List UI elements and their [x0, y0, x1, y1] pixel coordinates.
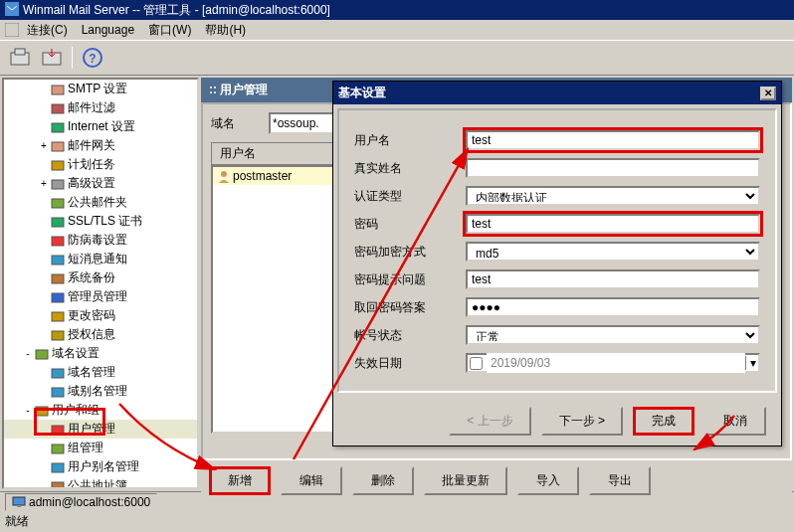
batch-button[interactable]: 批量更新 — [424, 466, 507, 495]
tree-item-label: 公共邮件夹 — [68, 194, 127, 211]
tree-item[interactable]: 计划任务 — [4, 155, 197, 174]
svg-rect-33 — [13, 497, 25, 505]
tree-item-label: SSL/TLS 证书 — [68, 213, 142, 230]
svg-rect-20 — [52, 331, 64, 340]
tree-item[interactable]: Internet 设置 — [4, 117, 197, 136]
expander-icon[interactable]: + — [38, 178, 50, 189]
tree-item[interactable]: 邮件过滤 — [4, 98, 197, 117]
svg-rect-9 — [52, 123, 64, 132]
toolbar-help-icon[interactable]: ? — [81, 46, 104, 70]
tree-item-icon — [50, 119, 66, 135]
toolbar-icon-2[interactable] — [40, 46, 64, 70]
import-button[interactable]: 导入 — [517, 466, 579, 495]
tree-item-label: 用户管理 — [68, 421, 115, 438]
tree-item-label: 邮件网关 — [68, 137, 115, 154]
svg-rect-14 — [52, 218, 64, 227]
cancel-button[interactable]: 取消 — [704, 407, 766, 436]
tree-item[interactable]: +高级设置 — [4, 174, 197, 193]
app-icon — [5, 2, 19, 19]
next-button[interactable]: 下一步 > — [541, 407, 623, 436]
svg-rect-26 — [52, 444, 64, 453]
tree-item-label: SMTP 设置 — [68, 81, 127, 97]
password-input[interactable] — [466, 214, 760, 234]
answer-input[interactable] — [466, 297, 760, 317]
tree-item[interactable]: +邮件网关 — [4, 136, 197, 155]
tree-item-label: 高级设置 — [68, 175, 115, 192]
edit-button[interactable]: 编辑 — [281, 466, 342, 495]
menu-window[interactable]: 窗口(W) — [142, 20, 197, 41]
answer-label: 取回密码答案 — [354, 299, 454, 316]
tree-item[interactable]: 组管理 — [4, 439, 197, 457]
tree-item[interactable]: 用户管理 — [4, 420, 197, 439]
svg-rect-34 — [17, 505, 21, 507]
tree-item[interactable]: 短消息通知 — [4, 250, 197, 268]
export-button[interactable]: 导出 — [589, 466, 651, 495]
tree-item[interactable]: 公共邮件夹 — [4, 193, 197, 212]
tree-item-icon — [50, 270, 66, 286]
tree-item-icon — [34, 346, 50, 362]
chevron-down-icon[interactable]: ▾ — [745, 356, 756, 370]
menu-help[interactable]: 帮助(H) — [199, 20, 252, 41]
expiry-input[interactable] — [487, 353, 745, 373]
tree-item-icon — [50, 138, 66, 154]
tree-item-label: 组管理 — [68, 440, 103, 456]
username-input[interactable] — [466, 130, 760, 150]
tree-item[interactable]: -用户和组 — [4, 401, 197, 420]
tree-item-icon — [50, 195, 66, 211]
svg-text:?: ? — [89, 52, 96, 66]
tree-item-label: 管理员管理 — [68, 288, 127, 305]
close-icon[interactable]: ✕ — [760, 87, 776, 100]
tree-item-label: Internet 设置 — [68, 118, 135, 135]
tree-item[interactable]: 防病毒设置 — [4, 231, 197, 250]
tree-item-label: 系统备份 — [68, 269, 115, 286]
tree-item-label: 域别名管理 — [68, 383, 127, 400]
toolbar-separator — [72, 47, 73, 69]
tree-item[interactable]: 用户别名管理 — [4, 457, 197, 476]
finish-button[interactable]: 完成 — [633, 407, 695, 436]
tree-item[interactable]: 管理员管理 — [4, 287, 197, 306]
tree-item-icon — [50, 82, 66, 97]
tree-item-icon — [50, 252, 66, 267]
encrypt-label: 密码加密方式 — [354, 244, 454, 261]
authtype-label: 认证类型 — [354, 188, 454, 205]
tree-item[interactable]: SMTP 设置 — [4, 80, 197, 98]
status-label: 帐号状态 — [354, 327, 454, 344]
tree-item[interactable]: 系统备份 — [4, 268, 197, 287]
menu-connect[interactable]: 连接(C) — [21, 20, 74, 41]
hint-input[interactable] — [466, 269, 760, 289]
delete-button[interactable]: 删除 — [352, 466, 414, 495]
menu-language[interactable]: Language — [76, 21, 140, 39]
tree-item[interactable]: 更改密码 — [4, 306, 197, 325]
tree-item[interactable]: SSL/TLS 证书 — [4, 212, 197, 231]
expander-icon[interactable]: - — [22, 405, 34, 416]
expander-icon[interactable]: + — [38, 140, 50, 151]
authtype-select[interactable]: 内部数据认证 — [466, 186, 760, 206]
status-select[interactable]: 正常 — [466, 325, 760, 345]
encrypt-select[interactable]: md5 — [466, 242, 760, 262]
add-button[interactable]: 新增 — [209, 466, 271, 495]
svg-rect-22 — [52, 369, 64, 378]
window-title: Winmail Mail Server -- 管理工具 - [admin@loc… — [23, 2, 330, 19]
expiry-checkbox[interactable] — [470, 357, 483, 370]
expiry-field[interactable]: ▾ — [466, 353, 760, 373]
expander-icon[interactable]: - — [22, 348, 34, 359]
svg-rect-7 — [52, 86, 64, 94]
realname-input[interactable] — [466, 158, 760, 178]
menu-icon — [5, 23, 19, 37]
monitor-icon — [12, 495, 26, 509]
tree-item-icon — [50, 384, 66, 400]
password-label: 密码 — [354, 216, 454, 233]
tree-item-icon — [50, 422, 66, 438]
tree-item-icon — [34, 403, 50, 419]
tree-item[interactable]: 域名管理 — [4, 363, 197, 382]
toolbar-icon-1[interactable] — [8, 46, 32, 70]
tree-item[interactable]: 域别名管理 — [4, 382, 197, 401]
tree-item[interactable]: -域名设置 — [4, 344, 197, 363]
tree-item-icon — [50, 289, 66, 305]
prev-button[interactable]: < 上一步 — [449, 407, 530, 436]
tree-item[interactable]: 授权信息 — [4, 325, 197, 344]
tree-item[interactable]: 公共地址簿 — [4, 476, 197, 489]
svg-point-32 — [221, 171, 227, 177]
svg-rect-21 — [36, 350, 48, 359]
user-icon — [217, 169, 231, 183]
